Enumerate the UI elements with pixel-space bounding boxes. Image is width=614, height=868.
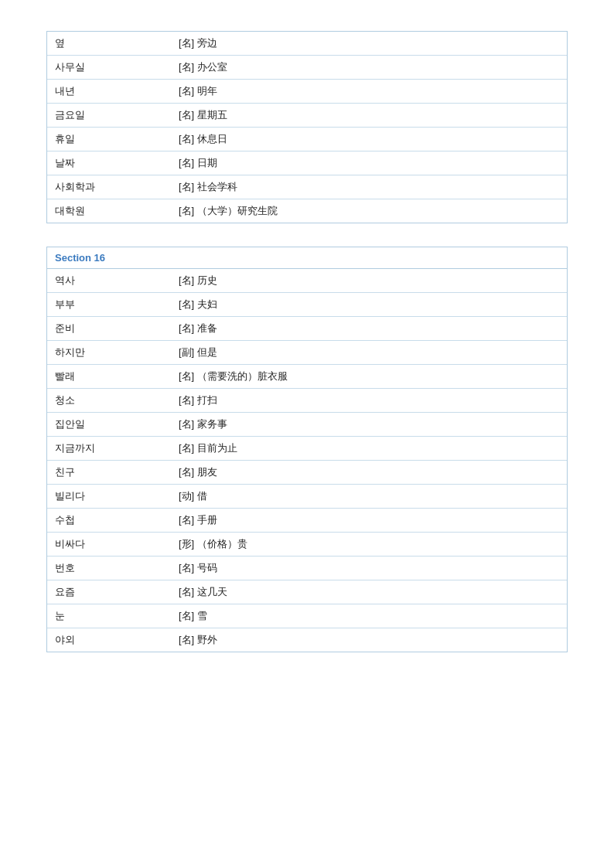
definition: [副] 但是 — [171, 341, 567, 365]
table-row: 비싸다 [形] （价格）贵 — [47, 533, 567, 557]
korean-word: 지금까지 — [47, 437, 171, 461]
korean-word: 비싸다 — [47, 533, 171, 557]
korean-word: 하지만 — [47, 341, 171, 365]
section16-table: Section 16 역사 [名] 历史 부부 [名] 夫妇 준비 [名] 准备… — [46, 247, 568, 652]
table-row: 요즘 [名] 这几天 — [47, 580, 567, 604]
definition: [名] 办公室 — [171, 56, 567, 80]
table-row: 금요일 [名] 星期五 — [47, 104, 567, 128]
definition: [名] 旁边 — [171, 32, 567, 56]
table-row: 하지만 [副] 但是 — [47, 341, 567, 365]
korean-word: 번호 — [47, 557, 171, 580]
table-row: 휴일 [名] 休息日 — [47, 128, 567, 151]
table-row: 수첩 [名] 手册 — [47, 509, 567, 533]
korean-word: 내년 — [47, 80, 171, 104]
definition: [名] 朋友 — [171, 461, 567, 485]
section16-header: Section 16 — [47, 247, 567, 269]
definition: [名] 打扫 — [171, 389, 567, 413]
table1: 옆 [名] 旁边 사무실 [名] 办公室 내년 [名] 明年 금요일 [名] 星… — [46, 31, 568, 223]
definition: [名] 家务事 — [171, 413, 567, 437]
korean-word: 빨래 — [47, 365, 171, 389]
korean-word: 청소 — [47, 389, 171, 413]
table-row: 사무실 [名] 办公室 — [47, 56, 567, 80]
table-row: 내년 [名] 明年 — [47, 80, 567, 104]
definition: [名] 明年 — [171, 80, 567, 104]
table-row: 옆 [名] 旁边 — [47, 32, 567, 56]
korean-word: 빌리다 — [47, 485, 171, 509]
korean-word: 옆 — [47, 32, 171, 56]
korean-word: 준비 — [47, 317, 171, 341]
korean-word: 눈 — [47, 604, 171, 628]
table-row: 집안일 [名] 家务事 — [47, 413, 567, 437]
korean-word: 집안일 — [47, 413, 171, 437]
table-row: 지금까지 [名] 目前为止 — [47, 437, 567, 461]
definition: [名] 号码 — [171, 557, 567, 580]
definition: [名] 手册 — [171, 509, 567, 533]
korean-word: 역사 — [47, 269, 171, 293]
definition: [名] 野外 — [171, 628, 567, 652]
table-row: 역사 [名] 历史 — [47, 269, 567, 293]
table-row: 야외 [名] 野外 — [47, 628, 567, 652]
korean-word: 휴일 — [47, 128, 171, 151]
table-row: 빌리다 [动] 借 — [47, 485, 567, 509]
definition: [名] 目前为止 — [171, 437, 567, 461]
definition: [名] 休息日 — [171, 128, 567, 151]
definition: [名] 日期 — [171, 151, 567, 175]
korean-word: 친구 — [47, 461, 171, 485]
korean-word: 사회학과 — [47, 175, 171, 199]
definition: [名] 雪 — [171, 604, 567, 628]
definition: [名] 准备 — [171, 317, 567, 341]
korean-word: 부부 — [47, 293, 171, 317]
korean-word: 날짜 — [47, 151, 171, 175]
table-row: 친구 [名] 朋友 — [47, 461, 567, 485]
korean-word: 수첩 — [47, 509, 171, 533]
table-row: 청소 [名] 打扫 — [47, 389, 567, 413]
definition: [名] （大学）研究生院 — [171, 199, 567, 223]
definition: [动] 借 — [171, 485, 567, 509]
table-row: 빨래 [名] （需要洗的）脏衣服 — [47, 365, 567, 389]
table-row: 대학원 [名] （大学）研究生院 — [47, 199, 567, 223]
definition: [名] （需要洗的）脏衣服 — [171, 365, 567, 389]
table-row: 번호 [名] 号码 — [47, 557, 567, 580]
table-row: 사회학과 [名] 社会学科 — [47, 175, 567, 199]
table-row: 준비 [名] 准备 — [47, 317, 567, 341]
table-row: 눈 [名] 雪 — [47, 604, 567, 628]
korean-word: 야외 — [47, 628, 171, 652]
table-row: 날짜 [名] 日期 — [47, 151, 567, 175]
definition: [名] 夫妇 — [171, 293, 567, 317]
korean-word: 대학원 — [47, 199, 171, 223]
definition: [名] 历史 — [171, 269, 567, 293]
korean-word: 사무실 — [47, 56, 171, 80]
korean-word: 요즘 — [47, 580, 171, 604]
definition: [名] 社会学科 — [171, 175, 567, 199]
definition: [名] 这几天 — [171, 580, 567, 604]
table-row: 부부 [名] 夫妇 — [47, 293, 567, 317]
definition: [形] （价格）贵 — [171, 533, 567, 557]
definition: [名] 星期五 — [171, 104, 567, 128]
korean-word: 금요일 — [47, 104, 171, 128]
